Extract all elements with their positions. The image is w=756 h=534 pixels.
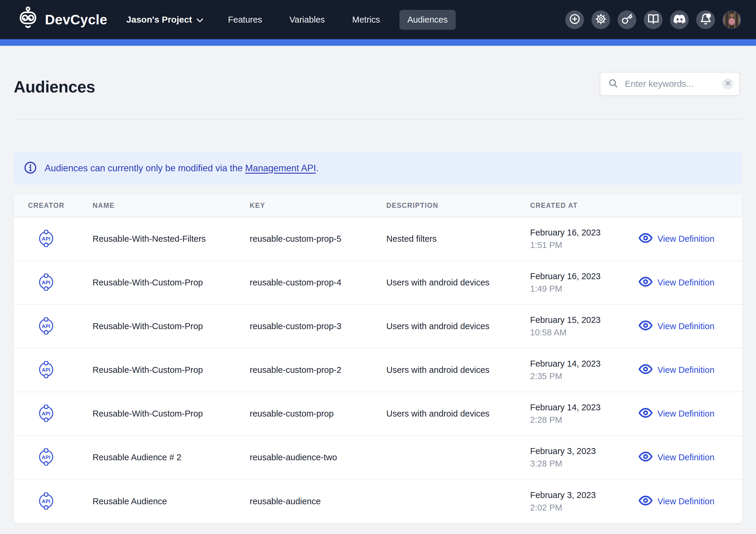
audience-key: reusable-audience <box>250 496 386 506</box>
view-definition-label: View Definition <box>658 496 714 506</box>
add-button[interactable] <box>565 11 584 29</box>
nav-link-features[interactable]: Features <box>220 10 270 30</box>
audience-key: reusable-custom-prop-3 <box>250 321 386 331</box>
svg-text:API: API <box>42 411 50 416</box>
view-definition-link[interactable]: View Definition <box>639 452 742 464</box>
devcycle-robot-logo-icon <box>16 6 40 33</box>
audience-key: reusable-audience-two <box>250 452 386 462</box>
audience-name: Reusable-With-Custom-Prop <box>93 278 250 288</box>
view-definition-link[interactable]: View Definition <box>639 277 742 289</box>
info-circle-icon <box>24 161 37 175</box>
docs-button[interactable] <box>644 11 662 29</box>
audience-name: Reusable-With-Nested-Filters <box>93 234 250 244</box>
created-at-cell: February 16, 2023 1:51 PM <box>530 228 639 250</box>
banner-text: Audiences can currently only be modified… <box>45 163 318 174</box>
discord-icon <box>674 14 686 25</box>
management-api-link[interactable]: Management API <box>245 163 316 173</box>
view-definition-label: View Definition <box>658 234 714 244</box>
created-date: February 3, 2023 <box>530 446 639 456</box>
project-selector[interactable]: Jason's Project <box>126 14 203 25</box>
table-row: API Reusable-With-Custom-Prop reusable-c… <box>14 392 742 436</box>
column-header-created-at: CREATED AT <box>530 202 639 210</box>
view-definition-label: View Definition <box>658 409 714 419</box>
created-at-cell: February 15, 2023 10:58 AM <box>530 315 639 338</box>
created-time: 10:58 AM <box>530 328 639 338</box>
table-row: API Reusable-With-Custom-Prop reusable-c… <box>14 348 742 392</box>
audience-name: Reusable-With-Custom-Prop <box>93 365 250 375</box>
creator-cell: API <box>14 273 93 292</box>
created-time: 2:28 PM <box>530 415 639 425</box>
svg-text:API: API <box>42 279 50 285</box>
search-clear-button[interactable] <box>722 79 733 89</box>
view-definition-label: View Definition <box>658 278 714 288</box>
created-date: February 16, 2023 <box>530 228 639 238</box>
book-open-icon <box>648 13 659 26</box>
audience-name: Reusable-With-Custom-Prop <box>93 321 250 331</box>
eye-icon <box>639 452 652 464</box>
audience-description: Users with android devices <box>386 365 530 375</box>
table-row: API Reusable Audience # 2 reusable-audie… <box>14 436 742 480</box>
settings-button[interactable] <box>591 11 610 29</box>
nav-link-audiences[interactable]: Audiences <box>399 10 456 30</box>
view-definition-label: View Definition <box>658 452 714 462</box>
table-body: API Reusable-With-Nested-Filters reusabl… <box>14 217 742 523</box>
api-creator-icon: API <box>38 230 55 248</box>
close-x-icon <box>726 81 730 87</box>
api-creator-icon: API <box>38 317 55 336</box>
view-definition-link[interactable]: View Definition <box>639 496 742 508</box>
creator-cell: API <box>14 405 93 423</box>
eye-icon <box>639 233 652 245</box>
search-icon <box>608 78 618 89</box>
created-date: February 16, 2023 <box>530 271 639 281</box>
table-row: API Reusable-With-Nested-Filters reusabl… <box>14 217 742 261</box>
audience-description: Users with android devices <box>386 278 530 288</box>
audience-key: reusable-custom-prop-4 <box>250 278 386 288</box>
api-keys-button[interactable] <box>618 11 636 29</box>
navbar-actions <box>565 11 741 29</box>
view-definition-link[interactable]: View Definition <box>639 408 742 420</box>
page-title: Audiences <box>14 77 95 96</box>
notifications-button[interactable] <box>696 11 715 29</box>
brand[interactable]: DevCycle <box>16 6 107 33</box>
search-box <box>600 72 740 96</box>
creator-cell: API <box>14 448 93 467</box>
key-icon <box>621 13 633 26</box>
gear-icon <box>595 13 607 26</box>
eye-icon <box>639 496 652 508</box>
svg-text:API: API <box>42 454 50 460</box>
user-avatar[interactable] <box>722 11 741 29</box>
api-creator-icon: API <box>38 273 55 292</box>
table-row: API Reusable Audience reusable-audience … <box>14 480 742 523</box>
table-header-row: CREATOR NAME KEY DESCRIPTION CREATED AT <box>14 194 742 217</box>
created-date: February 14, 2023 <box>530 359 639 369</box>
svg-text:API: API <box>42 498 50 504</box>
audiences-table: CREATOR NAME KEY DESCRIPTION CREATED AT … <box>14 194 742 523</box>
creator-cell: API <box>14 492 93 511</box>
svg-text:API: API <box>42 323 50 329</box>
page-content: Audiences Aud <box>14 46 742 523</box>
nav-link-metrics[interactable]: Metrics <box>344 10 388 30</box>
created-at-cell: February 14, 2023 2:35 PM <box>530 359 639 381</box>
plus-circle-icon <box>569 13 580 26</box>
view-definition-link[interactable]: View Definition <box>639 233 742 245</box>
creator-cell: API <box>14 230 93 248</box>
discord-button[interactable] <box>670 11 689 29</box>
eye-icon <box>639 320 652 332</box>
creator-cell: API <box>14 361 93 379</box>
view-definition-link[interactable]: View Definition <box>639 320 742 332</box>
search-input[interactable] <box>624 79 722 89</box>
app-screen: DevCycle Jason's Project Features Variab… <box>0 0 756 534</box>
page-header: Audiences <box>14 46 742 119</box>
svg-text:API: API <box>42 236 50 241</box>
created-at-cell: February 3, 2023 3:28 PM <box>530 446 639 469</box>
info-banner: Audiences can currently only be modified… <box>14 152 742 185</box>
audience-key: reusable-custom-prop-5 <box>250 234 386 244</box>
audience-description: Users with android devices <box>386 321 530 331</box>
audience-key: reusable-custom-prop <box>250 409 386 419</box>
nav-link-variables[interactable]: Variables <box>282 10 333 30</box>
view-definition-link[interactable]: View Definition <box>639 364 742 376</box>
created-time: 1:49 PM <box>530 284 639 294</box>
chevron-down-icon <box>197 14 203 25</box>
created-at-cell: February 14, 2023 2:28 PM <box>530 403 639 425</box>
column-header-name: NAME <box>93 202 250 210</box>
